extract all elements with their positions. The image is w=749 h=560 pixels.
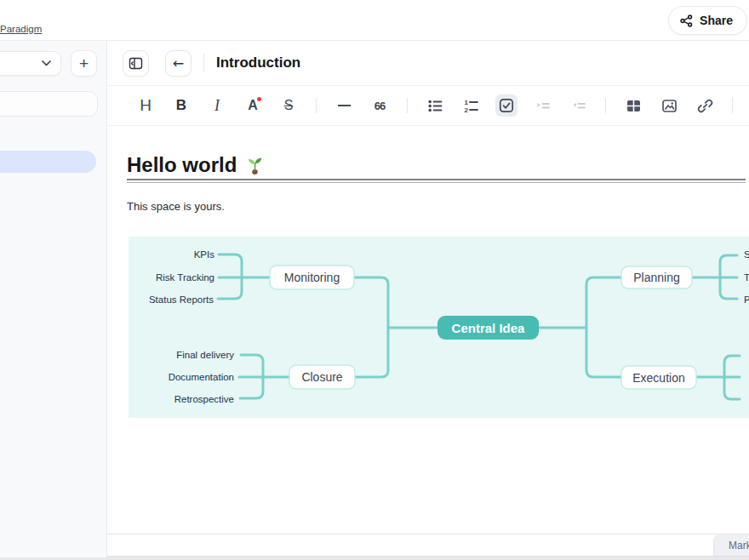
- share-button[interactable]: Share: [668, 6, 747, 35]
- mindmap-node-central-idea[interactable]: Central Idea: [437, 316, 539, 340]
- image-icon: [661, 98, 678, 114]
- leaf-kpis[interactable]: KPIs: [194, 249, 215, 260]
- seedling-emoji-icon: [245, 156, 265, 175]
- page-title: Introduction: [216, 54, 300, 71]
- sidebar-search-input[interactable]: [0, 91, 98, 117]
- mindmap-node-monitoring[interactable]: Monitoring: [270, 266, 354, 289]
- numbered-list-button[interactable]: 1 2: [460, 94, 482, 117]
- bullet-list-icon: [427, 98, 443, 114]
- node-label: Monitoring: [284, 271, 340, 284]
- leaf-right-2[interactable]: T: [744, 272, 749, 283]
- checkbox-icon: [499, 98, 514, 113]
- node-label: Execution: [632, 371, 684, 385]
- indent-icon: [535, 98, 551, 114]
- share-label: Share: [700, 14, 733, 27]
- editor-footer: Markdown: [107, 534, 749, 556]
- document-paragraph[interactable]: This space is yours.: [127, 200, 749, 214]
- toolbar-divider: [316, 98, 317, 113]
- share-icon: [680, 14, 693, 27]
- horizontal-rule-icon: [338, 105, 351, 106]
- bullet-list-button[interactable]: [424, 94, 446, 117]
- bold-button[interactable]: B: [170, 94, 192, 117]
- document-body[interactable]: Hello world This space is yours.: [107, 126, 749, 418]
- toolbar-divider: [605, 98, 606, 113]
- mindmap-node-closure[interactable]: Closure: [289, 365, 355, 389]
- plus-icon: +: [79, 54, 89, 73]
- formatting-toolbar: H B I A S 66 1 2: [107, 85, 749, 126]
- leaf-final-delivery[interactable]: Final delivery: [176, 350, 234, 360]
- document-heading[interactable]: Hello world: [127, 151, 749, 179]
- doc-header: ← Introduction: [107, 41, 749, 85]
- breadcrumb-link[interactable]: Paradigm: [0, 24, 42, 34]
- color-dot: [257, 97, 261, 101]
- numbered-list-icon: 1 2: [463, 98, 479, 114]
- leaf-right-3[interactable]: P: [744, 294, 749, 305]
- main-panel: ← Introduction H B I A S 66: [106, 41, 749, 557]
- mindmap-node-planning[interactable]: Planning: [621, 266, 692, 289]
- header-divider: [203, 54, 204, 72]
- text-color-label: A: [248, 98, 258, 113]
- document-heading-text: Hello world: [127, 153, 237, 177]
- toolbar-divider: [407, 98, 408, 113]
- toolbar-divider: [732, 98, 733, 113]
- svg-text:2: 2: [464, 106, 468, 114]
- mindmap-node-execution[interactable]: Execution: [621, 366, 696, 389]
- text-color-button[interactable]: A: [242, 94, 264, 117]
- sidebar: +: [0, 41, 106, 557]
- toggle-sidebar-button[interactable]: [123, 50, 149, 77]
- link-icon: [697, 98, 713, 114]
- chevron-down-icon: [42, 60, 51, 66]
- top-bar: Paradigm Share: [0, 0, 749, 41]
- markdown-tab-label: Markdown: [729, 540, 749, 551]
- insert-image-button[interactable]: [658, 94, 680, 117]
- italic-button[interactable]: I: [206, 94, 228, 117]
- sidebar-item-selected[interactable]: [0, 151, 96, 173]
- heading-button[interactable]: H: [134, 94, 157, 117]
- back-button[interactable]: ←: [165, 50, 192, 77]
- insert-link-button[interactable]: [694, 94, 716, 117]
- leaf-documentation[interactable]: Documentation: [169, 372, 234, 382]
- node-label: Planning: [633, 271, 680, 284]
- central-node-label: Central Idea: [452, 321, 526, 335]
- strikethrough-button[interactable]: S: [277, 94, 300, 117]
- workspace-dropdown[interactable]: [0, 51, 61, 76]
- leaf-risk-tracking[interactable]: Risk Tracking: [156, 272, 214, 283]
- indent-button[interactable]: [531, 94, 553, 117]
- markdown-tab[interactable]: Markdown: [713, 534, 749, 556]
- horizontal-rule-button[interactable]: [333, 94, 355, 117]
- leaf-right-1[interactable]: S: [744, 249, 749, 260]
- back-arrow-icon: ←: [173, 55, 184, 71]
- outdent-button[interactable]: [567, 94, 589, 117]
- svg-text:1: 1: [464, 98, 468, 106]
- table-icon: [626, 98, 642, 114]
- blockquote-button[interactable]: 66: [369, 94, 391, 117]
- insert-table-button[interactable]: [622, 94, 644, 117]
- add-page-button[interactable]: +: [71, 50, 97, 77]
- sidebar-collapse-icon: [129, 56, 143, 71]
- task-list-button[interactable]: [495, 94, 517, 117]
- outdent-icon: [570, 98, 586, 114]
- node-label: Closure: [301, 370, 342, 384]
- leaf-status-reports[interactable]: Status Reports: [149, 294, 214, 305]
- leaf-retrospective[interactable]: Retrospective: [174, 394, 234, 404]
- heading-rule: [127, 179, 746, 183]
- mindmap-block[interactable]: Monitoring Closure Planning Execution: [129, 237, 749, 418]
